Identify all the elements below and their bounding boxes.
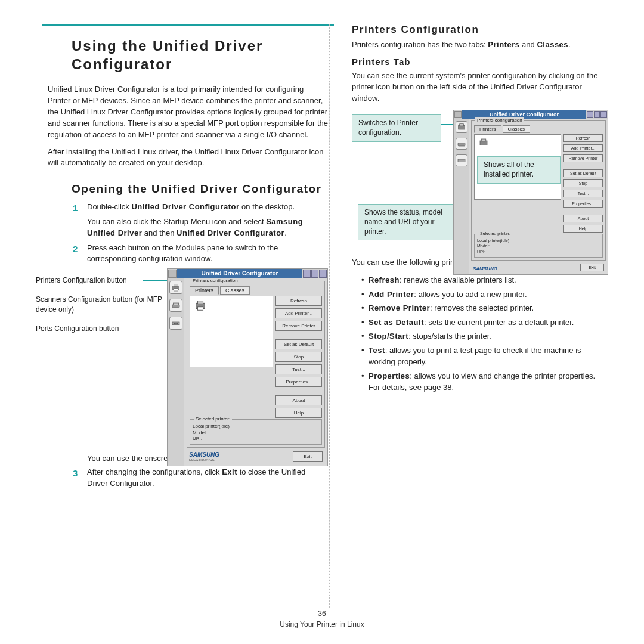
svg-rect-11 bbox=[197, 307, 203, 311]
samsung-logo: SAMSUNG bbox=[473, 266, 497, 271]
section-heading: Using the Unified Driver Configurator bbox=[72, 36, 328, 73]
section-rule bbox=[42, 24, 334, 26]
callout-line bbox=[125, 321, 173, 321]
about-button[interactable]: About bbox=[564, 215, 603, 222]
column-divider bbox=[329, 24, 330, 608]
tab-classes[interactable]: Classes bbox=[503, 125, 530, 133]
bullet-text: : removes the selected printer. bbox=[430, 304, 534, 312]
svg-rect-13 bbox=[459, 124, 463, 126]
subsection-heading: Opening the Unified Driver Configurator bbox=[72, 182, 328, 197]
remove-printer-button[interactable]: Remove Printer bbox=[275, 321, 322, 331]
bullet-term: Refresh bbox=[369, 275, 400, 284]
selected-printer-group: Selected printer: Local printer(idle) Mo… bbox=[190, 419, 322, 445]
printers-config-icon[interactable] bbox=[169, 281, 182, 294]
subsubsection-heading: Printers Tab bbox=[352, 57, 608, 67]
bullet-text: : stops/starts the printer. bbox=[408, 332, 491, 340]
step-text: Press each button on the Modules pane to… bbox=[87, 243, 328, 265]
status-text: URI: bbox=[193, 436, 319, 442]
bullet-text: : sets the current printer as a default … bbox=[424, 318, 574, 327]
step-number: 1 bbox=[72, 202, 87, 239]
step-text: You can also click the Startup Menu icon… bbox=[87, 217, 266, 226]
remove-printer-button[interactable]: Remove Printer bbox=[564, 154, 603, 162]
svg-rect-4 bbox=[173, 303, 178, 305]
test-button[interactable]: Test... bbox=[564, 190, 603, 197]
status-text: Model: bbox=[193, 430, 319, 436]
callout-text: Shows the status, model name and URI of … bbox=[364, 208, 442, 235]
add-printer-button[interactable]: Add Printer... bbox=[564, 144, 603, 152]
footer-text: Using Your Printer in Linux bbox=[0, 620, 644, 628]
bullet-term: Add Printer bbox=[369, 290, 414, 299]
screenshot-figure: Unified Driver Configurator bbox=[167, 268, 328, 466]
properties-button[interactable]: Properties... bbox=[275, 377, 322, 387]
body-text: Printers configuration has the two tabs:… bbox=[352, 39, 608, 51]
step-text: Double-click bbox=[87, 202, 131, 211]
step-text: on the desktop. bbox=[240, 202, 295, 211]
button-column: Refresh Add Printer... Remove Printer Se… bbox=[273, 296, 322, 418]
stop-button[interactable]: Stop bbox=[275, 352, 322, 362]
about-button[interactable]: About bbox=[275, 395, 322, 405]
ports-config-icon[interactable] bbox=[456, 154, 467, 166]
callout-text: Switches to Printer configuration. bbox=[358, 119, 418, 137]
svg-rect-2 bbox=[174, 289, 178, 291]
svg-rect-15 bbox=[458, 159, 465, 162]
step-number: 3 bbox=[72, 467, 87, 490]
body-text: After installing the Unified Linux drive… bbox=[48, 147, 328, 169]
callout-box: Shows the status, model name and URI of … bbox=[358, 204, 453, 240]
page-number: 36 bbox=[0, 609, 644, 618]
group-label: Selected printer: bbox=[478, 231, 512, 236]
step-1: 1 Double-click Unified Driver Configurat… bbox=[72, 202, 328, 239]
exit-button[interactable]: Exit bbox=[293, 451, 323, 462]
callout-box: Switches to Printer configuration. bbox=[352, 114, 441, 141]
printer-list[interactable] bbox=[190, 296, 273, 367]
properties-button[interactable]: Properties... bbox=[564, 200, 603, 208]
set-default-button[interactable]: Set as Default bbox=[275, 339, 322, 349]
bullet-text: : allows you to add a new printer. bbox=[414, 290, 527, 299]
scanners-config-icon[interactable] bbox=[456, 138, 467, 150]
step-text: . bbox=[284, 228, 287, 237]
screenshot-figure: Unified Driver Configurator bbox=[453, 110, 608, 274]
svg-point-7 bbox=[175, 323, 177, 324]
selected-printer-group: Selected printer: Local printer(idle) Mo… bbox=[474, 234, 603, 257]
callout-box: Shows all of the installed printer. bbox=[477, 156, 561, 183]
window-title: Unified Driver Configurator bbox=[177, 269, 302, 278]
button-column: Refresh Add Printer... Remove Printer Se… bbox=[561, 134, 603, 233]
svg-point-6 bbox=[174, 323, 175, 324]
bullet-term: Remove Printer bbox=[369, 304, 430, 312]
status-text: URI: bbox=[477, 249, 600, 255]
refresh-button[interactable]: Refresh bbox=[275, 296, 322, 306]
scanners-config-icon[interactable] bbox=[169, 299, 182, 312]
ports-config-icon[interactable] bbox=[169, 317, 182, 330]
help-button[interactable]: Help bbox=[564, 225, 603, 233]
bullet-text: : allows you to print a test page to che… bbox=[369, 346, 581, 367]
callout-text: Shows all of the installed printer. bbox=[484, 160, 534, 178]
help-button[interactable]: Help bbox=[275, 408, 322, 418]
printer-icon bbox=[193, 299, 208, 312]
refresh-button[interactable]: Refresh bbox=[564, 134, 603, 142]
body-text: Unified Linux Driver Configurator is a t… bbox=[48, 84, 328, 140]
printers-config-icon[interactable] bbox=[456, 121, 467, 133]
step-3: 3 After changing the configurations, cli… bbox=[72, 467, 328, 490]
svg-point-8 bbox=[177, 323, 178, 324]
step-text: After changing the configurations, click bbox=[87, 467, 222, 476]
stop-button[interactable]: Stop bbox=[564, 179, 603, 187]
bullet-term: Properties bbox=[369, 371, 410, 380]
step-text: and then bbox=[142, 228, 177, 237]
svg-rect-1 bbox=[174, 284, 178, 286]
body-text: You can see the current system's printer… bbox=[352, 70, 608, 104]
callout-label: Ports Configuration button bbox=[36, 324, 164, 333]
add-printer-button[interactable]: Add Printer... bbox=[275, 308, 322, 318]
bullet-text: : renews the available printers list. bbox=[400, 275, 516, 284]
svg-rect-10 bbox=[197, 301, 203, 304]
bullet-list: Refresh: renews the available printers l… bbox=[352, 274, 608, 394]
set-default-button[interactable]: Set as Default bbox=[564, 169, 603, 177]
exit-button[interactable]: Exit bbox=[580, 264, 604, 271]
group-label: Printers configuration bbox=[475, 117, 524, 123]
step-text-bold: Exit bbox=[222, 467, 237, 476]
tab-printers[interactable]: Printers bbox=[190, 286, 219, 295]
tab-printers[interactable]: Printers bbox=[474, 125, 501, 133]
tab-classes[interactable]: Classes bbox=[220, 286, 250, 295]
printer-icon bbox=[477, 137, 490, 148]
group-label: Printers configuration bbox=[191, 278, 240, 283]
step-2: 2 Press each button on the Modules pane … bbox=[72, 243, 328, 265]
test-button[interactable]: Test... bbox=[275, 364, 322, 374]
